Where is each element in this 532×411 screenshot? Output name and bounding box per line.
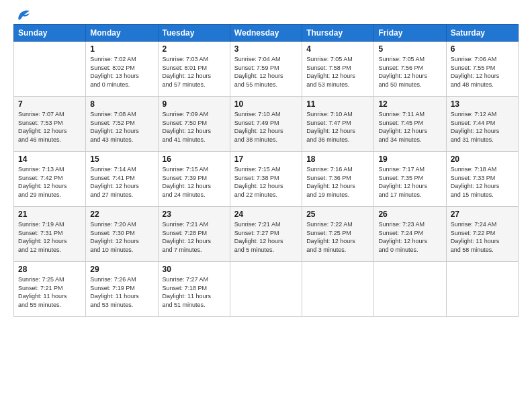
calendar-cell: 16Sunrise: 7:15 AM Sunset: 7:39 PM Dayli… — [158, 152, 230, 207]
calendar-cell: 1Sunrise: 7:02 AM Sunset: 8:02 PM Daylig… — [86, 42, 158, 97]
day-number: 15 — [90, 154, 153, 164]
day-number: 13 — [451, 99, 514, 109]
day-info: Sunrise: 7:07 AM Sunset: 7:53 PM Dayligh… — [18, 110, 81, 144]
calendar-table: SundayMondayTuesdayWednesdayThursdayFrid… — [13, 24, 519, 317]
day-info: Sunrise: 7:05 AM Sunset: 7:58 PM Dayligh… — [306, 55, 369, 89]
day-info: Sunrise: 7:03 AM Sunset: 8:01 PM Dayligh… — [163, 55, 226, 89]
calendar-cell: 10Sunrise: 7:10 AM Sunset: 7:49 PM Dayli… — [230, 97, 302, 152]
day-number: 25 — [306, 210, 369, 219]
calendar-cell: 9Sunrise: 7:09 AM Sunset: 7:50 PM Daylig… — [158, 97, 230, 152]
day-number: 26 — [378, 210, 441, 219]
day-number: 28 — [18, 265, 81, 274]
day-info: Sunrise: 7:12 AM Sunset: 7:44 PM Dayligh… — [451, 110, 514, 144]
day-number: 16 — [163, 154, 226, 164]
day-info: Sunrise: 7:02 AM Sunset: 8:02 PM Dayligh… — [90, 55, 153, 89]
day-info: Sunrise: 7:08 AM Sunset: 7:52 PM Dayligh… — [90, 110, 153, 144]
day-number: 19 — [378, 154, 441, 164]
day-number: 2 — [163, 44, 226, 54]
calendar-header-saturday: Saturday — [446, 25, 518, 42]
calendar-cell: 29Sunrise: 7:26 AM Sunset: 7:19 PM Dayli… — [86, 262, 158, 317]
calendar-cell: 15Sunrise: 7:14 AM Sunset: 7:41 PM Dayli… — [86, 152, 158, 207]
calendar-cell: 6Sunrise: 7:06 AM Sunset: 7:55 PM Daylig… — [446, 42, 518, 97]
day-number: 7 — [18, 99, 81, 109]
header — [13, 11, 519, 17]
calendar-cell — [302, 262, 374, 317]
day-number: 6 — [451, 44, 514, 54]
calendar-week-row: 28Sunrise: 7:25 AM Sunset: 7:21 PM Dayli… — [14, 262, 519, 317]
day-number: 11 — [306, 99, 369, 109]
day-info: Sunrise: 7:23 AM Sunset: 7:24 PM Dayligh… — [378, 220, 441, 254]
calendar-header-sunday: Sunday — [14, 25, 86, 42]
day-info: Sunrise: 7:20 AM Sunset: 7:30 PM Dayligh… — [90, 220, 153, 254]
logo-bird-icon — [15, 8, 30, 20]
day-info: Sunrise: 7:16 AM Sunset: 7:36 PM Dayligh… — [306, 165, 369, 199]
day-info: Sunrise: 7:22 AM Sunset: 7:25 PM Dayligh… — [306, 220, 369, 254]
day-number: 18 — [306, 154, 369, 164]
calendar-cell: 4Sunrise: 7:05 AM Sunset: 7:58 PM Daylig… — [302, 42, 374, 97]
day-number: 21 — [18, 210, 81, 219]
day-info: Sunrise: 7:21 AM Sunset: 7:28 PM Dayligh… — [163, 220, 226, 254]
day-info: Sunrise: 7:26 AM Sunset: 7:19 PM Dayligh… — [90, 275, 153, 309]
calendar-cell: 30Sunrise: 7:27 AM Sunset: 7:18 PM Dayli… — [158, 262, 230, 317]
calendar-cell: 11Sunrise: 7:10 AM Sunset: 7:47 PM Dayli… — [302, 97, 374, 152]
calendar-header-friday: Friday — [374, 25, 446, 42]
calendar-header-monday: Monday — [86, 25, 158, 42]
calendar-cell: 5Sunrise: 7:05 AM Sunset: 7:56 PM Daylig… — [374, 42, 446, 97]
calendar-cell: 17Sunrise: 7:15 AM Sunset: 7:38 PM Dayli… — [230, 152, 302, 207]
calendar-cell — [14, 42, 86, 97]
day-info: Sunrise: 7:15 AM Sunset: 7:38 PM Dayligh… — [234, 165, 298, 199]
calendar-week-row: 21Sunrise: 7:19 AM Sunset: 7:31 PM Dayli… — [14, 207, 519, 262]
calendar-cell: 8Sunrise: 7:08 AM Sunset: 7:52 PM Daylig… — [86, 97, 158, 152]
page: SundayMondayTuesdayWednesdayThursdayFrid… — [0, 0, 532, 411]
day-info: Sunrise: 7:13 AM Sunset: 7:42 PM Dayligh… — [18, 165, 81, 199]
calendar-header-tuesday: Tuesday — [158, 25, 230, 42]
calendar-week-row: 1Sunrise: 7:02 AM Sunset: 8:02 PM Daylig… — [14, 42, 519, 97]
calendar-cell: 28Sunrise: 7:25 AM Sunset: 7:21 PM Dayli… — [14, 262, 86, 317]
calendar-cell: 18Sunrise: 7:16 AM Sunset: 7:36 PM Dayli… — [302, 152, 374, 207]
calendar-cell: 24Sunrise: 7:21 AM Sunset: 7:27 PM Dayli… — [230, 207, 302, 262]
calendar-cell: 21Sunrise: 7:19 AM Sunset: 7:31 PM Dayli… — [14, 207, 86, 262]
day-number: 10 — [234, 99, 298, 109]
day-info: Sunrise: 7:17 AM Sunset: 7:35 PM Dayligh… — [378, 165, 441, 199]
day-number: 5 — [378, 44, 441, 54]
calendar-cell — [446, 262, 518, 317]
day-number: 22 — [90, 210, 153, 219]
day-info: Sunrise: 7:15 AM Sunset: 7:39 PM Dayligh… — [163, 165, 226, 199]
calendar-header-row: SundayMondayTuesdayWednesdayThursdayFrid… — [14, 25, 519, 42]
day-number: 27 — [451, 210, 514, 219]
day-number: 24 — [234, 210, 298, 219]
day-info: Sunrise: 7:21 AM Sunset: 7:27 PM Dayligh… — [234, 220, 298, 254]
day-info: Sunrise: 7:04 AM Sunset: 7:59 PM Dayligh… — [234, 55, 298, 89]
day-info: Sunrise: 7:09 AM Sunset: 7:50 PM Dayligh… — [163, 110, 226, 144]
logo — [13, 11, 30, 17]
calendar-cell — [230, 262, 302, 317]
day-info: Sunrise: 7:05 AM Sunset: 7:56 PM Dayligh… — [378, 55, 441, 89]
day-info: Sunrise: 7:14 AM Sunset: 7:41 PM Dayligh… — [90, 165, 153, 199]
day-number: 20 — [451, 154, 514, 164]
day-number: 3 — [234, 44, 298, 54]
day-info: Sunrise: 7:18 AM Sunset: 7:33 PM Dayligh… — [451, 165, 514, 199]
day-number: 1 — [90, 44, 153, 54]
calendar-cell: 25Sunrise: 7:22 AM Sunset: 7:25 PM Dayli… — [302, 207, 374, 262]
calendar-cell: 12Sunrise: 7:11 AM Sunset: 7:45 PM Dayli… — [374, 97, 446, 152]
calendar-week-row: 7Sunrise: 7:07 AM Sunset: 7:53 PM Daylig… — [14, 97, 519, 152]
calendar-cell: 22Sunrise: 7:20 AM Sunset: 7:30 PM Dayli… — [86, 207, 158, 262]
calendar-week-row: 14Sunrise: 7:13 AM Sunset: 7:42 PM Dayli… — [14, 152, 519, 207]
day-info: Sunrise: 7:10 AM Sunset: 7:47 PM Dayligh… — [306, 110, 369, 144]
calendar-cell: 14Sunrise: 7:13 AM Sunset: 7:42 PM Dayli… — [14, 152, 86, 207]
day-info: Sunrise: 7:27 AM Sunset: 7:18 PM Dayligh… — [163, 275, 226, 309]
day-number: 12 — [378, 99, 441, 109]
day-info: Sunrise: 7:25 AM Sunset: 7:21 PM Dayligh… — [18, 275, 81, 309]
calendar-cell: 27Sunrise: 7:24 AM Sunset: 7:22 PM Dayli… — [446, 207, 518, 262]
day-number: 14 — [18, 154, 81, 164]
day-number: 4 — [306, 44, 369, 54]
day-number: 23 — [163, 210, 226, 219]
day-number: 8 — [90, 99, 153, 109]
day-number: 9 — [163, 99, 226, 109]
day-info: Sunrise: 7:11 AM Sunset: 7:45 PM Dayligh… — [378, 110, 441, 144]
day-number: 29 — [90, 265, 153, 274]
calendar-cell: 3Sunrise: 7:04 AM Sunset: 7:59 PM Daylig… — [230, 42, 302, 97]
day-info: Sunrise: 7:19 AM Sunset: 7:31 PM Dayligh… — [18, 220, 81, 254]
day-number: 30 — [163, 265, 226, 274]
calendar-cell: 7Sunrise: 7:07 AM Sunset: 7:53 PM Daylig… — [14, 97, 86, 152]
